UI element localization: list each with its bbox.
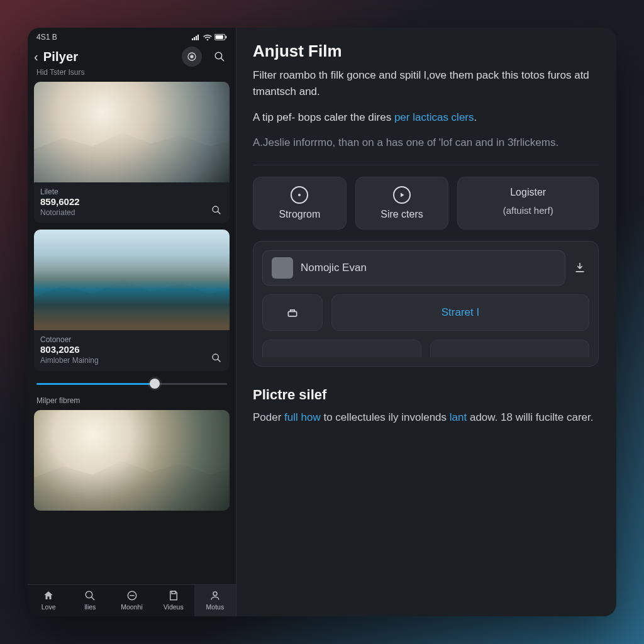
status-icons [192, 34, 227, 41]
tab-bar: Love llies Moonhi Videus Motus [28, 584, 236, 616]
intro-paragraph: Filter roambo th filk gonce and spitil l… [253, 67, 599, 101]
gallery-card[interactable] [34, 410, 230, 511]
input-panel: Nomojic Evan Straret I [253, 241, 599, 367]
tip-paragraph: A tip pef- bops caler the dires per lact… [253, 109, 599, 126]
page-title: Anjust Film [253, 42, 599, 61]
svg-point-4 [190, 55, 193, 58]
stub-button[interactable] [430, 340, 589, 357]
target-icon [291, 186, 308, 204]
input-placeholder: Nomojic Evan [301, 262, 556, 274]
gallery-card[interactable]: Lilete 859,6022 Notoriated [34, 82, 230, 223]
action-logister[interactable]: Logister (aftuist herf) [457, 177, 599, 230]
divider [253, 165, 599, 165]
svg-point-16 [213, 592, 217, 596]
zoom-icon[interactable] [209, 203, 223, 217]
section-title: Plictre silef [253, 387, 599, 403]
svg-line-12 [92, 597, 95, 600]
right-pane: Anjust Film Filter roambo th filk gonce … [236, 28, 616, 616]
tab-home[interactable]: Love [28, 585, 69, 616]
card-value: 859,6022 [40, 196, 223, 207]
note-paragraph: A.Jeslie inforrmo, than on a has one of … [253, 135, 599, 151]
app-title: Pilyer [43, 50, 174, 64]
tool-icon [286, 306, 299, 319]
chip-tool[interactable] [262, 294, 323, 331]
card-sub: Notoriated [40, 208, 223, 217]
chip-start[interactable]: Straret I [331, 294, 589, 331]
svg-rect-15 [172, 591, 175, 594]
minus-circle-icon [126, 590, 138, 601]
svg-point-17 [298, 194, 301, 196]
section-paragraph: Poder full how to cellectules ily invole… [253, 409, 599, 426]
svg-rect-18 [288, 312, 296, 317]
gallery-card[interactable]: Cotonoer 803,2026 Aimlober Maining [34, 230, 230, 371]
thumbnail [34, 82, 230, 182]
svg-line-6 [221, 58, 224, 61]
tab-search[interactable]: llies [69, 585, 111, 616]
svg-rect-1 [216, 35, 223, 39]
play-icon [393, 186, 411, 204]
stub-button[interactable] [262, 340, 421, 357]
slider-label: Milper fibrem [36, 396, 227, 405]
card-label: Cotonoer [40, 335, 223, 344]
left-pane: 4S1 B ‹ Pilyer Hid Tster Isurs [28, 28, 236, 616]
name-input[interactable]: Nomojic Evan [262, 250, 565, 286]
zoom-icon[interactable] [209, 351, 223, 365]
signal-icon [192, 34, 201, 40]
link-lant[interactable]: lant [450, 411, 467, 423]
action-strogrom[interactable]: Strogrom [253, 177, 347, 230]
svg-rect-2 [226, 36, 227, 38]
person-icon [209, 590, 221, 601]
tab-profile[interactable]: Motus [194, 585, 236, 616]
app-window: 4S1 B ‹ Pilyer Hid Tster Isurs [28, 28, 616, 616]
link-full-how[interactable]: full how [284, 411, 321, 423]
back-button[interactable]: ‹ [34, 48, 40, 65]
app-bar: ‹ Pilyer [28, 44, 236, 68]
status-time: 4S1 B [36, 33, 57, 42]
gallery-scroll[interactable]: Lilete 859,6022 Notoriated Cotonoer 803,… [28, 82, 236, 584]
home-icon [43, 590, 54, 601]
battery-icon [214, 34, 227, 40]
status-bar: 4S1 B [28, 28, 236, 44]
action-sire[interactable]: Sire cters [355, 177, 449, 230]
card-value: 803,2026 [40, 344, 223, 355]
thumbnail [34, 410, 230, 511]
svg-line-10 [218, 359, 220, 362]
tip-link[interactable]: per lacticas clers [394, 111, 474, 123]
wifi-icon [203, 34, 212, 41]
tab-month[interactable]: Moonhi [111, 585, 152, 616]
avatar-placeholder [272, 257, 293, 279]
card-sub: Aimlober Maining [40, 356, 223, 365]
svg-line-8 [218, 211, 220, 214]
search-icon [84, 590, 96, 601]
card-label: Lilete [40, 187, 223, 196]
save-icon [168, 590, 179, 601]
tab-videos[interactable]: Videus [153, 585, 194, 616]
progress-slider[interactable] [36, 377, 227, 390]
search-icon[interactable] [209, 47, 230, 67]
subheading: Hid Tster Isurs [28, 68, 236, 82]
download-icon[interactable] [570, 258, 589, 277]
thumbnail [34, 230, 230, 330]
action-row: Strogrom Sire cters Logister (aftuist he… [253, 177, 599, 230]
record-icon[interactable] [182, 47, 202, 67]
